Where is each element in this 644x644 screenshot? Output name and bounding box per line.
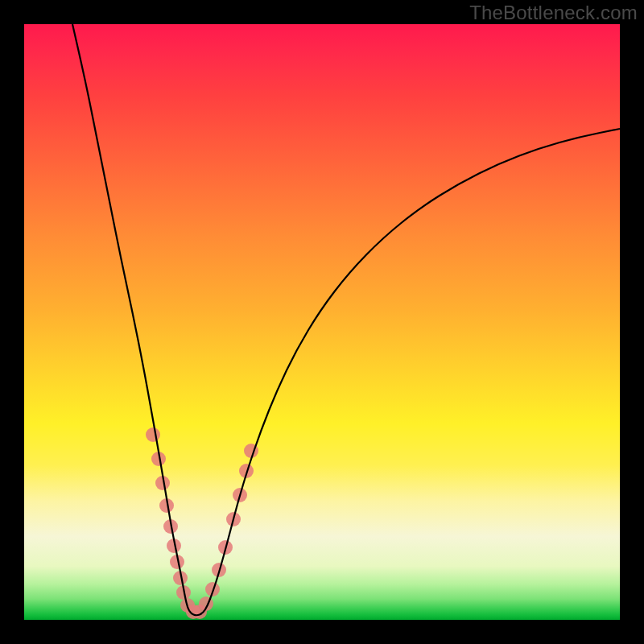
curve-svg (24, 24, 620, 620)
bottleneck-curve (72, 24, 620, 615)
watermark-text: TheBottleneck.com (469, 2, 638, 24)
chart-frame: TheBottleneck.com (0, 0, 644, 644)
plot-area (24, 24, 620, 620)
data-dots-layer (146, 427, 258, 619)
data-dot (146, 427, 160, 442)
